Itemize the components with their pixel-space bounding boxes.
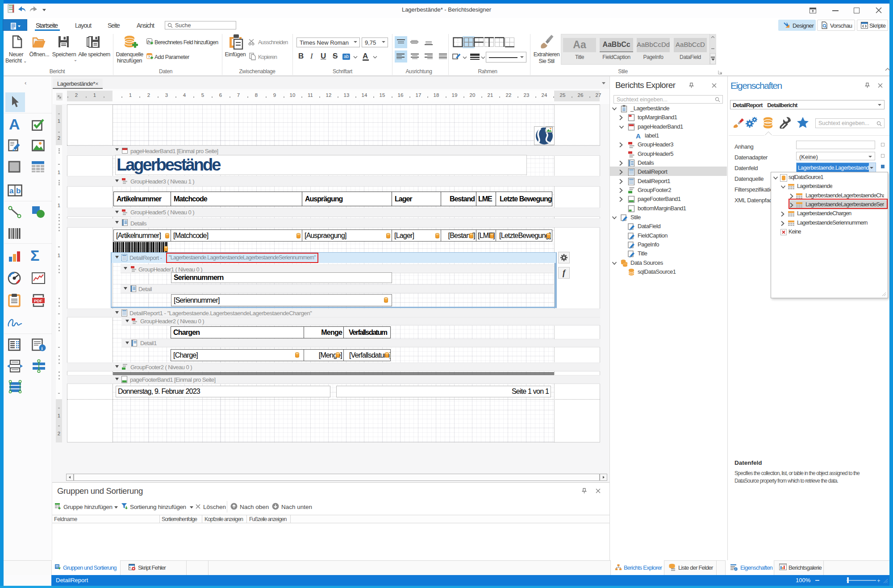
svg-text:fx: fx <box>147 39 151 44</box>
svg-text:a: a <box>9 187 14 195</box>
svg-text:?: ? <box>148 55 150 59</box>
svg-text:A: A <box>636 132 641 140</box>
svg-text:b: b <box>16 187 21 195</box>
svg-text:i: i <box>42 346 43 351</box>
svg-text:PDF: PDF <box>34 298 42 303</box>
